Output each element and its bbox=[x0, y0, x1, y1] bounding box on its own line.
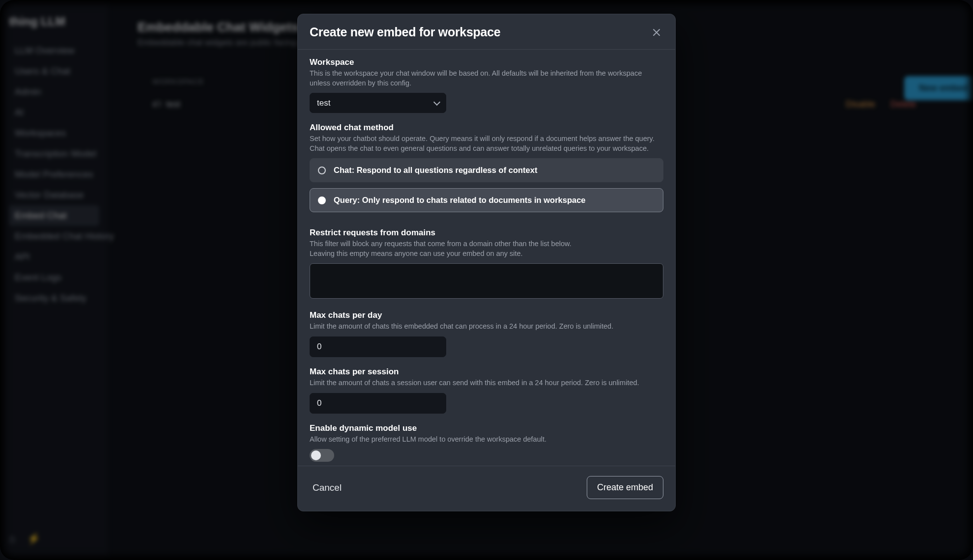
field-chat-method: Allowed chat method Set how your chatbot… bbox=[310, 123, 663, 218]
max-session-help: Limit the amount of chats a session user… bbox=[310, 378, 663, 388]
dynamic-model-help: Allow setting of the preferred LLM model… bbox=[310, 435, 663, 445]
workspace-label: Workspace bbox=[310, 57, 663, 67]
modal-title: Create new embed for workspace bbox=[310, 25, 500, 39]
workspace-select-wrap: test bbox=[310, 93, 446, 113]
domains-label: Restrict requests from domains bbox=[310, 228, 663, 238]
max-day-help: Limit the amount of chats this embedded … bbox=[310, 322, 663, 332]
modal-overlay: Create new embed for workspace Workspace… bbox=[0, 0, 973, 560]
field-max-day: Max chats per day Limit the amount of ch… bbox=[310, 310, 663, 357]
max-session-input[interactable] bbox=[310, 393, 446, 414]
create-embed-button[interactable]: Create embed bbox=[587, 476, 663, 499]
chat-method-help: Set how your chatbot should operate. Que… bbox=[310, 134, 663, 153]
chat-method-option-label: Chat: Respond to all questions regardles… bbox=[334, 166, 537, 175]
toggle-knob bbox=[311, 450, 321, 460]
radio-icon bbox=[318, 196, 326, 204]
cancel-button[interactable]: Cancel bbox=[310, 477, 344, 498]
field-workspace: Workspace This is the workspace your cha… bbox=[310, 57, 663, 113]
max-session-label: Max chats per session bbox=[310, 367, 663, 377]
field-restrict-domains: Restrict requests from domains This filt… bbox=[310, 228, 663, 301]
chat-method-option-chat[interactable]: Chat: Respond to all questions regardles… bbox=[310, 158, 663, 182]
modal-footer: Cancel Create embed bbox=[298, 466, 675, 511]
field-max-session: Max chats per session Limit the amount o… bbox=[310, 367, 663, 414]
chat-method-option-query[interactable]: Query: Only respond to chats related to … bbox=[310, 188, 663, 212]
field-dynamic-model: Enable dynamic model use Allow setting o… bbox=[310, 423, 663, 462]
chat-method-option-label: Query: Only respond to chats related to … bbox=[334, 196, 586, 205]
close-icon bbox=[653, 28, 660, 36]
max-day-label: Max chats per day bbox=[310, 310, 663, 320]
dynamic-model-label: Enable dynamic model use bbox=[310, 423, 663, 433]
close-button[interactable] bbox=[650, 26, 663, 39]
chat-method-label: Allowed chat method bbox=[310, 123, 663, 133]
modal-header: Create new embed for workspace bbox=[298, 14, 675, 50]
dynamic-model-toggle[interactable] bbox=[310, 449, 334, 462]
domains-textarea[interactable] bbox=[310, 263, 663, 299]
create-embed-modal: Create new embed for workspace Workspace… bbox=[297, 14, 676, 511]
max-day-input[interactable] bbox=[310, 336, 446, 357]
workspace-help: This is the workspace your chat window w… bbox=[310, 69, 663, 88]
modal-body: Workspace This is the workspace your cha… bbox=[298, 50, 675, 466]
domains-help: This filter will block any requests that… bbox=[310, 239, 663, 258]
workspace-select[interactable]: test bbox=[310, 93, 446, 113]
radio-icon bbox=[318, 167, 326, 174]
